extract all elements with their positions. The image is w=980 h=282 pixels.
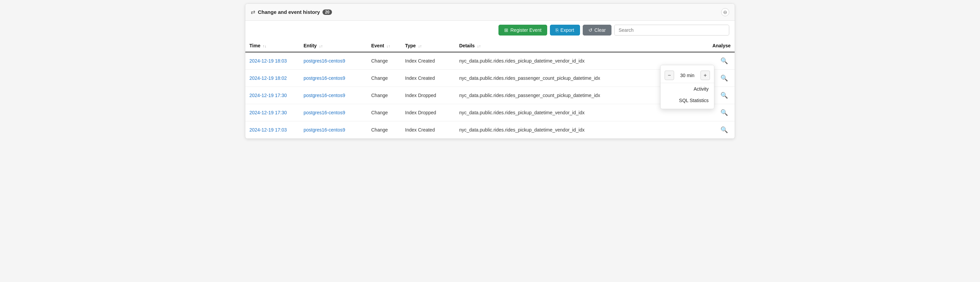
- popup-time-value: 30 min: [677, 73, 698, 78]
- cell-event: Change: [367, 104, 401, 121]
- popup-menu-item[interactable]: SQL Statistics: [660, 95, 714, 106]
- entity-link[interactable]: postgres16-centos9: [304, 127, 345, 133]
- cell-event: Change: [367, 87, 401, 104]
- cell-time: 2024-12-19 17:03: [245, 121, 299, 139]
- time-link[interactable]: 2024-12-19 17:30: [250, 110, 287, 115]
- sort-desc-icon-details: ↓↑: [477, 44, 481, 48]
- history-table-container: Time ↑↓ Entity ↓↑ Event ↓↑ Type ↓↑ Detai…: [245, 40, 735, 139]
- cell-analyse: 🔍 − 30 min + Activity SQL Statistics: [701, 70, 735, 87]
- analyse-zoom-icon[interactable]: 🔍: [721, 127, 728, 133]
- col-header-time[interactable]: Time ↑↓: [245, 40, 299, 52]
- cell-entity: postgres16-centos9: [299, 87, 367, 104]
- cell-type: Index Created: [401, 121, 455, 139]
- popup-menu-item[interactable]: Activity: [660, 83, 714, 95]
- history-count-badge: 20: [323, 10, 332, 15]
- analyse-zoom-icon[interactable]: 🔍: [721, 75, 728, 81]
- cell-entity: postgres16-centos9: [299, 70, 367, 87]
- time-link[interactable]: 2024-12-19 17:03: [250, 127, 287, 133]
- table-row: 2024-12-19 17:03 postgres16-centos9 Chan…: [245, 121, 735, 139]
- clear-label: Clear: [595, 27, 606, 33]
- cell-type: Index Created: [401, 70, 455, 87]
- main-window: ⇄ Change and event history 20 ⊖ ⊞ Regist…: [245, 3, 735, 139]
- title-bar-left: ⇄ Change and event history 20: [251, 9, 332, 15]
- clear-icon: ↺: [589, 27, 593, 33]
- sort-asc-icon: ↑↓: [262, 44, 266, 48]
- export-button[interactable]: ⎘ Export: [550, 25, 580, 35]
- register-event-icon: ⊞: [504, 27, 508, 33]
- close-icon: ⊖: [723, 10, 727, 15]
- cell-type: Index Dropped: [401, 87, 455, 104]
- cell-time: 2024-12-19 18:03: [245, 52, 299, 70]
- analyse-popup: − 30 min + Activity SQL Statistics: [660, 65, 714, 109]
- clear-button[interactable]: ↺ Clear: [583, 25, 611, 35]
- sort-desc-icon-entity: ↓↑: [319, 44, 323, 48]
- table-row: 2024-12-19 18:02 postgres16-centos9 Chan…: [245, 70, 735, 87]
- cell-time: 2024-12-19 18:02: [245, 70, 299, 87]
- sort-desc-icon-type: ↓↑: [418, 44, 422, 48]
- cell-entity: postgres16-centos9: [299, 104, 367, 121]
- refresh-icon: ⇄: [251, 9, 255, 15]
- close-button[interactable]: ⊖: [721, 8, 729, 16]
- col-header-type[interactable]: Type ↓↑: [401, 40, 455, 52]
- window-title: Change and event history: [258, 9, 320, 15]
- cell-event: Change: [367, 70, 401, 87]
- cell-details: nyc_data.public.rides.rides_pickup_datet…: [455, 121, 701, 139]
- popup-time-row: − 30 min +: [660, 68, 714, 83]
- table-body: 2024-12-19 18:03 postgres16-centos9 Chan…: [245, 52, 735, 139]
- cell-event: Change: [367, 121, 401, 139]
- analyse-zoom-icon[interactable]: 🔍: [721, 109, 728, 116]
- cell-time: 2024-12-19 17:30: [245, 104, 299, 121]
- cell-type: Index Dropped: [401, 104, 455, 121]
- col-header-details[interactable]: Details ↓↑: [455, 40, 701, 52]
- history-table: Time ↑↓ Entity ↓↑ Event ↓↑ Type ↓↑ Detai…: [245, 40, 735, 139]
- register-event-label: Register Event: [510, 27, 541, 33]
- entity-link[interactable]: postgres16-centos9: [304, 75, 345, 81]
- cell-analyse: 🔍: [701, 121, 735, 139]
- export-icon: ⎘: [556, 27, 558, 33]
- cell-entity: postgres16-centos9: [299, 121, 367, 139]
- time-link[interactable]: 2024-12-19 17:30: [250, 93, 287, 98]
- col-header-event[interactable]: Event ↓↑: [367, 40, 401, 52]
- toolbar: ⊞ Register Event ⎘ Export ↺ Clear: [245, 21, 735, 40]
- entity-link[interactable]: postgres16-centos9: [304, 110, 345, 115]
- sort-desc-icon-event: ↓↑: [387, 44, 390, 48]
- plus-icon: +: [703, 72, 706, 78]
- entity-link[interactable]: postgres16-centos9: [304, 93, 345, 98]
- cell-time: 2024-12-19 17:30: [245, 87, 299, 104]
- time-link[interactable]: 2024-12-19 18:03: [250, 58, 287, 63]
- col-header-entity[interactable]: Entity ↓↑: [299, 40, 367, 52]
- time-link[interactable]: 2024-12-19 18:02: [250, 75, 287, 81]
- time-plus-button[interactable]: +: [700, 71, 710, 80]
- minus-icon: −: [668, 72, 671, 78]
- cell-entity: postgres16-centos9: [299, 52, 367, 70]
- entity-link[interactable]: postgres16-centos9: [304, 58, 345, 63]
- analyse-zoom-icon[interactable]: 🔍: [721, 92, 728, 99]
- cell-event: Change: [367, 52, 401, 70]
- search-input[interactable]: [614, 25, 729, 35]
- export-label: Export: [560, 27, 574, 33]
- cell-type: Index Created: [401, 52, 455, 70]
- time-minus-button[interactable]: −: [665, 71, 674, 80]
- analyse-zoom-icon[interactable]: 🔍: [721, 57, 728, 64]
- col-header-analyse: Analyse: [701, 40, 735, 52]
- title-bar: ⇄ Change and event history 20 ⊖: [245, 4, 735, 21]
- table-header: Time ↑↓ Entity ↓↑ Event ↓↑ Type ↓↑ Detai…: [245, 40, 735, 52]
- register-event-button[interactable]: ⊞ Register Event: [498, 25, 547, 35]
